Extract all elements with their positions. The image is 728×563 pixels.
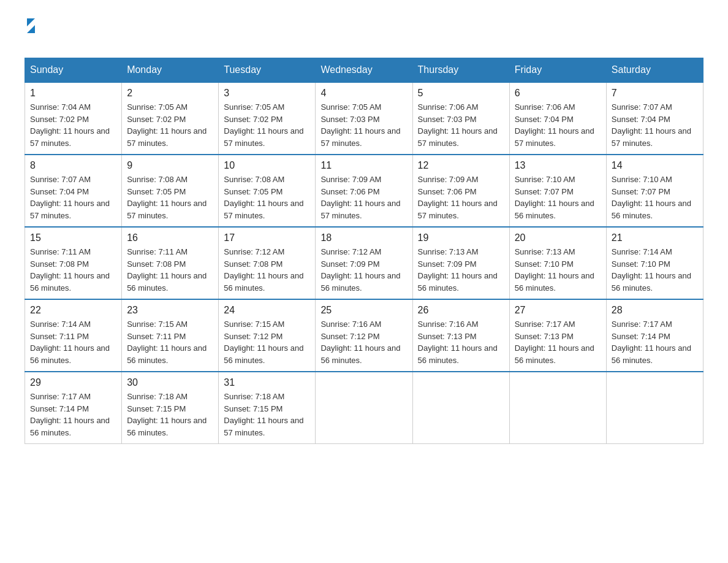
day-number: 23 (127, 305, 213, 316)
calendar-cell (509, 372, 606, 444)
calendar-cell: 13 Sunrise: 7:10 AMSunset: 7:07 PMDaylig… (509, 155, 606, 227)
day-info: Sunrise: 7:12 AMSunset: 7:08 PMDaylight:… (224, 247, 303, 293)
calendar-cell: 3 Sunrise: 7:05 AMSunset: 7:02 PMDayligh… (219, 82, 316, 155)
day-number: 1 (30, 88, 116, 99)
day-number: 17 (224, 232, 310, 243)
calendar-cell (316, 372, 412, 444)
calendar-cell (412, 372, 509, 444)
day-info: Sunrise: 7:17 AMSunset: 7:14 PMDaylight:… (612, 320, 691, 365)
day-info: Sunrise: 7:07 AMSunset: 7:04 PMDaylight:… (612, 102, 691, 148)
day-info: Sunrise: 7:13 AMSunset: 7:09 PMDaylight:… (418, 247, 498, 293)
weekday-header-thursday: Thursday (412, 58, 509, 83)
calendar-week-row: 22 Sunrise: 7:14 AMSunset: 7:11 PMDaylig… (25, 299, 703, 372)
calendar-cell: 26 Sunrise: 7:16 AMSunset: 7:13 PMDaylig… (412, 299, 509, 372)
day-number: 21 (612, 232, 698, 243)
day-info: Sunrise: 7:08 AMSunset: 7:05 PMDaylight:… (127, 175, 207, 220)
calendar-cell: 17 Sunrise: 7:12 AMSunset: 7:08 PMDaylig… (219, 227, 316, 299)
day-info: Sunrise: 7:10 AMSunset: 7:07 PMDaylight:… (515, 175, 594, 220)
calendar-week-row: 8 Sunrise: 7:07 AMSunset: 7:04 PMDayligh… (25, 155, 703, 227)
calendar-cell: 23 Sunrise: 7:15 AMSunset: 7:11 PMDaylig… (122, 299, 219, 372)
day-number: 10 (224, 160, 310, 171)
calendar-cell: 4 Sunrise: 7:05 AMSunset: 7:03 PMDayligh… (316, 82, 412, 155)
calendar-cell: 5 Sunrise: 7:06 AMSunset: 7:03 PMDayligh… (412, 82, 509, 155)
day-info: Sunrise: 7:10 AMSunset: 7:07 PMDaylight:… (612, 175, 691, 220)
day-number: 2 (127, 88, 213, 99)
day-info: Sunrise: 7:06 AMSunset: 7:04 PMDaylight:… (515, 102, 594, 148)
day-info: Sunrise: 7:18 AMSunset: 7:15 PMDaylight:… (224, 392, 303, 437)
calendar-cell: 14 Sunrise: 7:10 AMSunset: 7:07 PMDaylig… (606, 155, 703, 227)
day-info: Sunrise: 7:16 AMSunset: 7:12 PMDaylight:… (320, 320, 400, 365)
day-info: Sunrise: 7:05 AMSunset: 7:03 PMDaylight:… (320, 102, 400, 148)
day-info: Sunrise: 7:17 AMSunset: 7:14 PMDaylight:… (30, 392, 110, 437)
day-number: 11 (320, 160, 407, 171)
calendar-cell: 25 Sunrise: 7:16 AMSunset: 7:12 PMDaylig… (316, 299, 412, 372)
day-number: 18 (320, 232, 407, 243)
calendar-cell: 29 Sunrise: 7:17 AMSunset: 7:14 PMDaylig… (25, 372, 122, 444)
weekday-header-wednesday: Wednesday (316, 58, 412, 83)
calendar-week-row: 1 Sunrise: 7:04 AMSunset: 7:02 PMDayligh… (25, 82, 703, 155)
day-info: Sunrise: 7:08 AMSunset: 7:05 PMDaylight:… (224, 175, 303, 220)
weekday-header-monday: Monday (122, 58, 219, 83)
calendar-cell: 18 Sunrise: 7:12 AMSunset: 7:09 PMDaylig… (316, 227, 412, 299)
day-info: Sunrise: 7:14 AMSunset: 7:10 PMDaylight:… (612, 247, 691, 293)
day-number: 12 (418, 160, 504, 171)
day-number: 14 (612, 160, 698, 171)
day-info: Sunrise: 7:06 AMSunset: 7:03 PMDaylight:… (418, 102, 498, 148)
calendar-cell: 10 Sunrise: 7:08 AMSunset: 7:05 PMDaylig… (219, 155, 316, 227)
calendar-cell: 7 Sunrise: 7:07 AMSunset: 7:04 PMDayligh… (606, 82, 703, 155)
weekday-header-tuesday: Tuesday (219, 58, 316, 83)
weekday-header-row: SundayMondayTuesdayWednesdayThursdayFrid… (25, 58, 703, 83)
calendar-cell (606, 372, 703, 444)
day-info: Sunrise: 7:15 AMSunset: 7:12 PMDaylight:… (224, 320, 303, 365)
day-number: 26 (418, 305, 504, 316)
day-info: Sunrise: 7:14 AMSunset: 7:11 PMDaylight:… (30, 320, 110, 365)
calendar-week-row: 29 Sunrise: 7:17 AMSunset: 7:14 PMDaylig… (25, 372, 703, 444)
day-info: Sunrise: 7:09 AMSunset: 7:06 PMDaylight:… (320, 175, 400, 220)
day-info: Sunrise: 7:07 AMSunset: 7:04 PMDaylight:… (30, 175, 110, 220)
calendar-cell: 6 Sunrise: 7:06 AMSunset: 7:04 PMDayligh… (509, 82, 606, 155)
day-info: Sunrise: 7:04 AMSunset: 7:02 PMDaylight:… (30, 102, 110, 148)
day-number: 25 (320, 305, 407, 316)
day-info: Sunrise: 7:12 AMSunset: 7:09 PMDaylight:… (320, 247, 400, 293)
calendar-cell: 8 Sunrise: 7:07 AMSunset: 7:04 PMDayligh… (25, 155, 122, 227)
calendar-cell: 1 Sunrise: 7:04 AMSunset: 7:02 PMDayligh… (25, 82, 122, 155)
day-info: Sunrise: 7:05 AMSunset: 7:02 PMDaylight:… (224, 102, 303, 148)
day-info: Sunrise: 7:16 AMSunset: 7:13 PMDaylight:… (418, 320, 498, 365)
day-number: 24 (224, 305, 310, 316)
day-number: 3 (224, 88, 310, 99)
day-info: Sunrise: 7:11 AMSunset: 7:08 PMDaylight:… (30, 247, 110, 293)
calendar-cell: 22 Sunrise: 7:14 AMSunset: 7:11 PMDaylig… (25, 299, 122, 372)
day-number: 29 (30, 377, 116, 388)
day-number: 28 (612, 305, 698, 316)
day-number: 7 (612, 88, 698, 99)
calendar-cell: 28 Sunrise: 7:17 AMSunset: 7:14 PMDaylig… (606, 299, 703, 372)
day-number: 27 (515, 305, 601, 316)
day-number: 30 (127, 377, 213, 388)
day-number: 31 (224, 377, 310, 388)
calendar-cell: 21 Sunrise: 7:14 AMSunset: 7:10 PMDaylig… (606, 227, 703, 299)
day-info: Sunrise: 7:05 AMSunset: 7:02 PMDaylight:… (127, 102, 207, 148)
calendar-cell: 24 Sunrise: 7:15 AMSunset: 7:12 PMDaylig… (219, 299, 316, 372)
day-number: 13 (515, 160, 601, 171)
day-number: 4 (320, 88, 407, 99)
weekday-header-sunday: Sunday (25, 58, 122, 83)
calendar-week-row: 15 Sunrise: 7:11 AMSunset: 7:08 PMDaylig… (25, 227, 703, 299)
day-number: 16 (127, 232, 213, 243)
calendar-cell: 27 Sunrise: 7:17 AMSunset: 7:13 PMDaylig… (509, 299, 606, 372)
day-number: 20 (515, 232, 601, 243)
calendar-cell: 16 Sunrise: 7:11 AMSunset: 7:08 PMDaylig… (122, 227, 219, 299)
day-number: 6 (515, 88, 601, 99)
day-number: 22 (30, 305, 116, 316)
page-header (25, 18, 703, 50)
day-number: 5 (418, 88, 504, 99)
logo (25, 18, 35, 50)
day-number: 9 (127, 160, 213, 171)
day-info: Sunrise: 7:18 AMSunset: 7:15 PMDaylight:… (127, 392, 207, 437)
day-number: 19 (418, 232, 504, 243)
day-info: Sunrise: 7:09 AMSunset: 7:06 PMDaylight:… (418, 175, 498, 220)
day-number: 8 (30, 160, 116, 171)
calendar-table: SundayMondayTuesdayWednesdayThursdayFrid… (25, 58, 703, 444)
calendar-cell: 9 Sunrise: 7:08 AMSunset: 7:05 PMDayligh… (122, 155, 219, 227)
calendar-cell: 2 Sunrise: 7:05 AMSunset: 7:02 PMDayligh… (122, 82, 219, 155)
weekday-header-friday: Friday (509, 58, 606, 83)
